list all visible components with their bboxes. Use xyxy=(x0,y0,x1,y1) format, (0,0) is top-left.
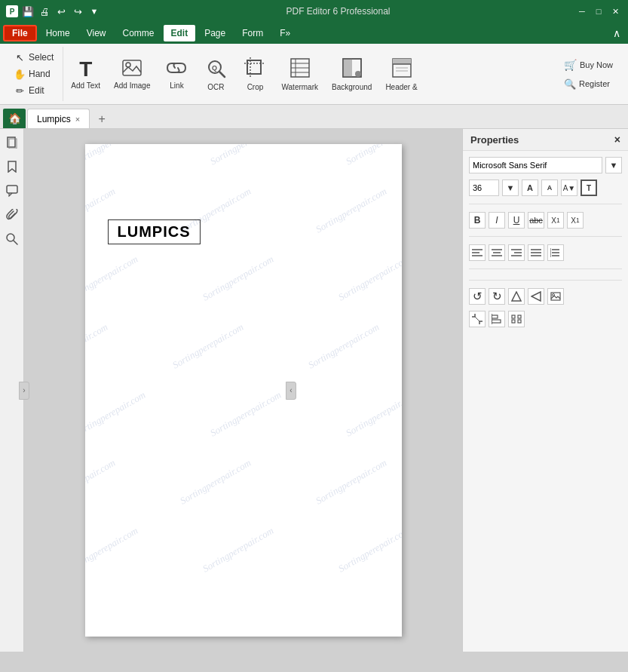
watermark-19: Sortingperepair.com xyxy=(85,525,140,575)
home-icon: 🏠 xyxy=(8,112,21,124)
menu-file[interactable]: File xyxy=(3,25,37,41)
background-btn[interactable]: Background xyxy=(326,47,378,101)
menu-more[interactable]: F» xyxy=(272,25,298,41)
select-icon: ↖ xyxy=(14,51,26,63)
header-btn[interactable]: Header & xyxy=(379,47,423,101)
ribbon: ↖ Select ✋ Hand ✏ Edit T Add Text Add Im… xyxy=(0,44,628,105)
customize-quick-btn[interactable]: ▼ xyxy=(87,5,101,18)
select-tool[interactable]: ↖ Select xyxy=(11,50,57,65)
flip-horizontal-btn[interactable] xyxy=(528,288,544,305)
font-dropdown-btn[interactable]: ▼ xyxy=(605,157,622,173)
font-color-btn[interactable]: A▼ xyxy=(561,180,577,196)
rotate-right-btn[interactable]: ↻ xyxy=(489,288,505,305)
menu-home[interactable]: Home xyxy=(38,25,78,41)
menu-view[interactable]: View xyxy=(79,25,114,41)
menu-form[interactable]: Form xyxy=(234,25,271,41)
pages-icon xyxy=(6,137,18,149)
align-objects-btn[interactable] xyxy=(489,311,505,327)
strikethrough-btn[interactable]: abc xyxy=(528,212,544,229)
add-text-btn[interactable]: T Add Text xyxy=(65,47,106,101)
svg-rect-53 xyxy=(512,320,515,323)
add-image-btn[interactable]: Add Image xyxy=(108,47,156,101)
watermark-1: Sortingperepair.com xyxy=(85,144,148,167)
home-tab[interactable]: 🏠 xyxy=(3,109,26,128)
divider-2 xyxy=(469,236,622,237)
attachment-icon xyxy=(6,209,18,221)
properties-close-btn[interactable]: × xyxy=(614,133,620,146)
link-icon xyxy=(166,59,187,80)
undo-quick-btn[interactable]: ↩ xyxy=(54,5,68,18)
comments-panel-btn[interactable] xyxy=(3,182,21,200)
transform-row-1: ↺ ↻ xyxy=(469,288,622,305)
properties-body: ▼ ▼ A A A▼ T B I U abc X1 X1 xyxy=(463,151,628,333)
minimize-btn[interactable]: ─ xyxy=(575,5,589,18)
watermark-btn[interactable]: Watermark xyxy=(275,47,324,101)
watermark-18: Sortingperepair.com xyxy=(314,457,389,508)
italic-btn[interactable]: I xyxy=(489,212,505,229)
svg-line-3 xyxy=(219,72,225,77)
underline-btn[interactable]: U xyxy=(508,212,525,229)
add-tab-btn[interactable]: + xyxy=(93,110,111,128)
edit-tool[interactable]: ✏ Edit xyxy=(11,83,57,98)
print-quick-btn[interactable]: 🖨 xyxy=(38,5,51,18)
rotate-left-btn[interactable]: ↺ xyxy=(469,288,486,305)
background-label: Background xyxy=(332,83,372,91)
distribute-btn[interactable] xyxy=(508,311,525,327)
right-panel-collapse-btn[interactable]: ‹ xyxy=(286,382,296,400)
menu-bar: File Home View Comme Edit Page Form F» ∧ xyxy=(0,23,628,44)
properties-header: Properties × xyxy=(463,129,628,151)
link-btn[interactable]: Link xyxy=(158,47,195,101)
decrease-font-btn[interactable]: A xyxy=(541,180,558,196)
align-left-btn[interactable] xyxy=(469,244,486,261)
document-tab[interactable]: Lumpics × xyxy=(27,109,90,128)
text-block[interactable]: LUMPICS xyxy=(108,219,201,244)
flip-vertical-btn[interactable] xyxy=(508,288,525,305)
window-controls: ─ □ ✕ xyxy=(575,5,622,18)
ocr-btn[interactable]: Q OCR xyxy=(197,47,234,101)
size-dropdown-btn[interactable]: ▼ xyxy=(502,180,519,196)
ocr-icon: Q xyxy=(205,57,226,81)
hand-tool[interactable]: ✋ Hand xyxy=(11,66,57,81)
increase-font-btn[interactable]: A xyxy=(522,180,538,196)
menu-comment[interactable]: Comme xyxy=(115,25,161,41)
bold-btn[interactable]: B xyxy=(469,212,486,229)
redo-quick-btn[interactable]: ↪ xyxy=(71,5,84,18)
header-label: Header & xyxy=(385,83,417,91)
add-image-icon xyxy=(121,59,142,80)
menu-edit[interactable]: Edit xyxy=(164,25,196,41)
search-panel-icon xyxy=(6,233,18,245)
register-btn[interactable]: 🔍 Register xyxy=(558,76,619,92)
menu-bar-right: ∧ xyxy=(608,27,625,39)
watermark-8: Sortingperepair.com xyxy=(201,253,276,304)
align-justify-btn[interactable] xyxy=(528,244,544,261)
tab-close-btn[interactable]: × xyxy=(75,115,80,124)
image-props-btn[interactable] xyxy=(547,288,564,305)
crop-icon xyxy=(244,57,265,81)
left-panel-collapse-btn[interactable]: › xyxy=(19,382,29,400)
align-center-btn[interactable] xyxy=(489,244,505,261)
search-panel-btn[interactable] xyxy=(3,230,21,248)
watermark-11: Sortingperepair.com xyxy=(170,321,246,372)
close-btn[interactable]: ✕ xyxy=(608,5,622,18)
crop-transform-btn[interactable] xyxy=(469,311,486,327)
crop-btn[interactable]: Crop xyxy=(236,47,274,101)
document-area[interactable]: Sortingperepair.com Sortingperepair.com … xyxy=(24,129,462,652)
save-quick-btn[interactable]: 💾 xyxy=(21,5,35,18)
buy-now-btn[interactable]: 🛒 Buy Now xyxy=(558,57,619,73)
svg-rect-18 xyxy=(393,59,411,64)
maximize-btn[interactable]: □ xyxy=(592,5,605,18)
superscript-btn[interactable]: X1 xyxy=(547,212,564,229)
font-select[interactable] xyxy=(469,157,602,173)
font-size-input[interactable] xyxy=(469,180,499,196)
attachments-panel-btn[interactable] xyxy=(3,206,21,224)
ribbon-collapse-btn[interactable]: ∧ xyxy=(608,27,625,39)
align-right-btn[interactable] xyxy=(508,244,525,261)
text-box-btn[interactable]: T xyxy=(581,180,597,196)
pages-panel-btn[interactable] xyxy=(3,133,21,152)
bookmarks-panel-btn[interactable] xyxy=(3,158,21,176)
subscript-btn[interactable]: X1 xyxy=(567,212,584,229)
crop-label: Crop xyxy=(247,83,264,91)
menu-page[interactable]: Page xyxy=(197,25,233,41)
svg-rect-54 xyxy=(518,320,521,323)
line-spacing-btn[interactable] xyxy=(547,244,564,261)
